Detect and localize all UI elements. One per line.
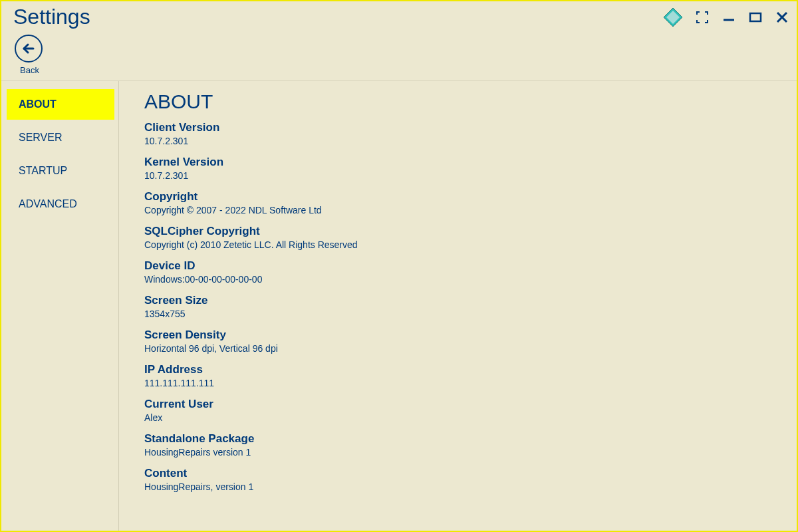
sidebar: ABOUTSERVERSTARTUPADVANCED: [1, 81, 114, 531]
minimize-icon[interactable]: [721, 9, 737, 25]
info-value: Alex: [144, 412, 770, 423]
info-label: Device ID: [144, 259, 770, 273]
info-block: Device IDWindows:00-00-00-00-00-00: [144, 259, 770, 285]
info-block: Client Version10.7.2.301: [144, 121, 770, 146]
back-row: Back: [1, 29, 797, 79]
sidebar-item-about[interactable]: ABOUT: [7, 89, 114, 120]
sidebar-item-label: ADVANCED: [19, 198, 77, 209]
info-label: Client Version: [144, 121, 770, 134]
info-value: 10.7.2.301: [144, 170, 770, 181]
info-label: Standalone Package: [144, 432, 770, 446]
sidebar-item-label: ABOUT: [19, 98, 57, 110]
info-block: Screen Size1354x755: [144, 294, 770, 319]
sidebar-item-label: STARTUP: [19, 165, 67, 176]
back-button[interactable]: [15, 35, 43, 63]
info-label: Screen Density: [144, 329, 770, 342]
info-block: CopyrightCopyright © 2007 - 2022 NDL Sof…: [144, 190, 770, 215]
fullscreen-icon[interactable]: [694, 9, 710, 25]
back-label: Back: [20, 65, 39, 75]
info-block: Kernel Version10.7.2.301: [144, 156, 770, 181]
info-label: Kernel Version: [144, 156, 770, 169]
title-bar: Settings: [1, 1, 797, 29]
info-value: Copyright © 2007 - 2022 NDL Software Ltd: [144, 205, 770, 215]
content-heading: ABOUT: [144, 90, 770, 113]
info-value: 111.111.111.111: [144, 378, 770, 388]
info-list: Client Version10.7.2.301Kernel Version10…: [144, 121, 770, 492]
info-block: ContentHousingRepairs, version 1: [144, 467, 770, 492]
sidebar-item-startup[interactable]: STARTUP: [7, 156, 114, 186]
info-label: IP Address: [144, 363, 770, 376]
close-icon[interactable]: [774, 9, 790, 25]
info-block: SQLCipher CopyrightCopyright (c) 2010 Ze…: [144, 225, 770, 250]
window-controls: [662, 7, 790, 28]
info-value: Copyright (c) 2010 Zetetic LLC. All Righ…: [144, 239, 770, 250]
info-label: Screen Size: [144, 294, 770, 307]
info-block: Standalone PackageHousingRepairs version…: [144, 432, 770, 458]
info-value: 1354x755: [144, 309, 770, 319]
info-label: Copyright: [144, 190, 770, 203]
app-logo-icon: [662, 7, 684, 28]
info-label: Content: [144, 467, 770, 480]
info-value: HousingRepairs, version 1: [144, 481, 770, 492]
info-label: SQLCipher Copyright: [144, 225, 770, 238]
maximize-icon[interactable]: [747, 9, 763, 25]
svg-rect-3: [750, 13, 761, 21]
sidebar-item-label: SERVER: [19, 132, 63, 143]
info-label: Current User: [144, 398, 770, 411]
sidebar-item-server[interactable]: SERVER: [7, 122, 114, 153]
info-value: Horizontal 96 dpi, Vertical 96 dpi: [144, 343, 770, 354]
content-panel: ABOUT Client Version10.7.2.301Kernel Ver…: [118, 81, 797, 531]
info-value: Windows:00-00-00-00-00-00: [144, 274, 770, 285]
main-area: ABOUTSERVERSTARTUPADVANCED ABOUT Client …: [1, 81, 797, 531]
info-block: Current UserAlex: [144, 398, 770, 423]
window-title: Settings: [13, 5, 662, 29]
info-value: HousingRepairs version 1: [144, 447, 770, 458]
info-block: Screen DensityHorizontal 96 dpi, Vertica…: [144, 329, 770, 354]
sidebar-item-advanced[interactable]: ADVANCED: [7, 189, 114, 219]
info-value: 10.7.2.301: [144, 136, 770, 146]
info-block: IP Address111.111.111.111: [144, 363, 770, 388]
